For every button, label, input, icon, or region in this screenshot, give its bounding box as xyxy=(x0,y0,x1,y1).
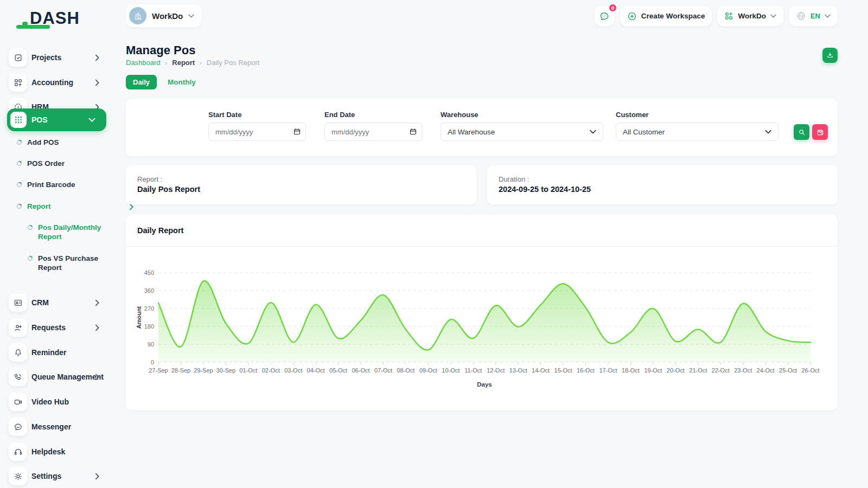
svg-text:14-Oct: 14-Oct xyxy=(532,367,550,374)
chevron-down-icon xyxy=(770,14,776,18)
download-report-button[interactable] xyxy=(822,48,838,63)
customer-label: Customer xyxy=(616,111,649,119)
sidebar-item-requests[interactable]: Requests xyxy=(0,316,114,339)
breadcrumb-dashboard[interactable]: Dashboard xyxy=(126,59,161,67)
warehouse-select[interactable]: All Warehouse xyxy=(441,123,603,141)
calendar-off-icon xyxy=(816,129,824,136)
chevron-right-icon xyxy=(95,374,100,381)
account-menu-button[interactable]: WorkDo xyxy=(717,6,783,26)
duration-label: Duration : xyxy=(499,175,826,183)
account-label: WorkDo xyxy=(738,12,766,20)
tab-daily[interactable]: Daily xyxy=(126,75,157,89)
svg-text:360: 360 xyxy=(144,287,154,294)
reminder-icon xyxy=(9,343,27,362)
svg-text:04-Oct: 04-Oct xyxy=(307,367,325,374)
svg-text:18-Oct: 18-Oct xyxy=(622,367,640,374)
chart-header: Daily Report xyxy=(126,214,838,247)
tab-monthly[interactable]: Monthly xyxy=(168,78,196,86)
svg-text:02-Oct: 02-Oct xyxy=(262,367,280,374)
chevron-down-icon xyxy=(88,118,95,123)
svg-text:16-Oct: 16-Oct xyxy=(577,367,595,374)
pos-icon xyxy=(10,112,27,128)
create-workspace-button[interactable]: Create Workspace xyxy=(620,6,712,26)
queue-management-icon xyxy=(9,368,27,386)
chevron-right-icon xyxy=(95,54,100,61)
sidebar-item-projects[interactable]: Projects xyxy=(0,46,114,69)
sidebar-item-pos-vs-purchase-report[interactable]: Pos VS Purchase Report xyxy=(27,254,108,272)
svg-text:Amount: Amount xyxy=(136,306,142,329)
warehouse-value: All Warehouse xyxy=(448,128,495,136)
svg-text:19-Oct: 19-Oct xyxy=(644,367,662,374)
svg-text:12-Oct: 12-Oct xyxy=(487,367,505,374)
download-icon xyxy=(826,52,834,59)
end-date-input[interactable] xyxy=(324,123,422,141)
chevron-right-icon xyxy=(95,299,100,306)
sidebar-item-helpdesk[interactable]: Helpdesk xyxy=(0,440,114,464)
sidebar-item-messenger[interactable]: Messenger xyxy=(0,415,114,439)
report-label: Report : xyxy=(137,175,465,183)
sidebar-item-print-barcode[interactable]: Print Barcode xyxy=(16,180,108,189)
sidebar-item-queue-management[interactable]: Queue Management xyxy=(0,365,114,389)
svg-text:10-Oct: 10-Oct xyxy=(442,367,459,374)
svg-text:11-Oct: 11-Oct xyxy=(464,367,482,374)
svg-text:28-Sep: 28-Sep xyxy=(171,367,190,374)
sidebar-item-video-hub[interactable]: Video Hub xyxy=(0,390,114,414)
svg-text:27-Sep: 27-Sep xyxy=(149,367,168,374)
sidebar-item-report[interactable]: Report xyxy=(16,202,134,213)
sidebar-item-reminder[interactable]: Reminder xyxy=(0,341,114,364)
breadcrumb: Dashboard › Report › Daily Pos Report xyxy=(126,59,259,67)
sidebar-item-add-pos[interactable]: Add POS xyxy=(16,138,108,147)
svg-text:26-Oct: 26-Oct xyxy=(801,367,819,374)
video-hub-icon xyxy=(9,393,27,411)
dash-logo: DASH xyxy=(30,9,80,27)
sidebar-item-settings[interactable]: Settings xyxy=(0,464,114,488)
svg-text:30-Sep: 30-Sep xyxy=(216,367,235,374)
report-summary-card: Report : Daily Pos Report xyxy=(126,165,476,204)
crm-icon xyxy=(9,293,27,312)
topbar-actions: 0 Create Workspace WorkDo EN xyxy=(595,6,838,26)
settings-icon xyxy=(9,467,27,485)
sidebar: Projects Accounting HRM POS CRM Requests… xyxy=(0,31,114,488)
svg-text:06-Oct: 06-Oct xyxy=(352,367,369,374)
report-period-tabs: Daily Monthly xyxy=(126,75,196,89)
svg-text:17-Oct: 17-Oct xyxy=(599,367,617,374)
language-selector[interactable]: EN xyxy=(789,6,838,26)
sidebar-item-accounting[interactable]: Accounting xyxy=(0,70,114,94)
chevron-right-icon xyxy=(95,473,100,480)
search-icon xyxy=(798,129,806,136)
start-date-input[interactable] xyxy=(208,123,306,141)
accounting-icon xyxy=(9,73,27,92)
create-workspace-label: Create Workspace xyxy=(641,12,705,20)
daily-report-card: Daily Report 09018027036045027-Sep28-Sep… xyxy=(126,214,838,410)
area-chart-svg: 09018027036045027-Sep28-Sep29-Sep30-Sep0… xyxy=(135,253,829,395)
customer-value: All Customer xyxy=(623,128,665,136)
breadcrumb-current: Daily Pos Report xyxy=(207,59,260,67)
search-button[interactable] xyxy=(794,124,809,140)
warehouse-label: Warehouse xyxy=(441,111,478,119)
globe-icon xyxy=(796,11,806,21)
end-date-label: End Date xyxy=(324,111,355,119)
breadcrumb-report[interactable]: Report xyxy=(172,59,195,67)
svg-text:24-Oct: 24-Oct xyxy=(757,367,775,374)
breadcrumb-separator: › xyxy=(165,60,168,66)
workspace-label: WorkDo xyxy=(152,11,183,21)
sidebar-item-crm[interactable]: CRM xyxy=(0,291,114,314)
workspace-switcher[interactable]: WorkDo xyxy=(126,4,202,27)
reset-filter-button[interactable] xyxy=(812,124,828,140)
projects-icon xyxy=(9,48,27,67)
chevron-down-icon xyxy=(825,14,831,18)
sidebar-item-pos[interactable]: POS xyxy=(7,108,106,131)
start-date-label: Start Date xyxy=(208,111,241,119)
sidebar-item-pos-daily-monthly-report[interactable]: Pos Daily/Monthly Report xyxy=(27,223,108,241)
svg-text:15-Oct: 15-Oct xyxy=(554,367,572,374)
workspace-avatar xyxy=(129,7,146,24)
sidebar-item-pos-order[interactable]: POS Order xyxy=(16,159,108,168)
messages-button[interactable]: 0 xyxy=(595,6,615,26)
customer-select[interactable]: All Customer xyxy=(616,123,778,141)
chat-bubble-icon xyxy=(599,11,610,22)
duration-value: 2024-09-25 to 2024-10-25 xyxy=(499,185,826,194)
svg-text:270: 270 xyxy=(144,305,154,312)
svg-text:05-Oct: 05-Oct xyxy=(329,367,347,374)
chevron-down-icon xyxy=(188,14,194,18)
chevron-right-icon xyxy=(95,79,100,86)
